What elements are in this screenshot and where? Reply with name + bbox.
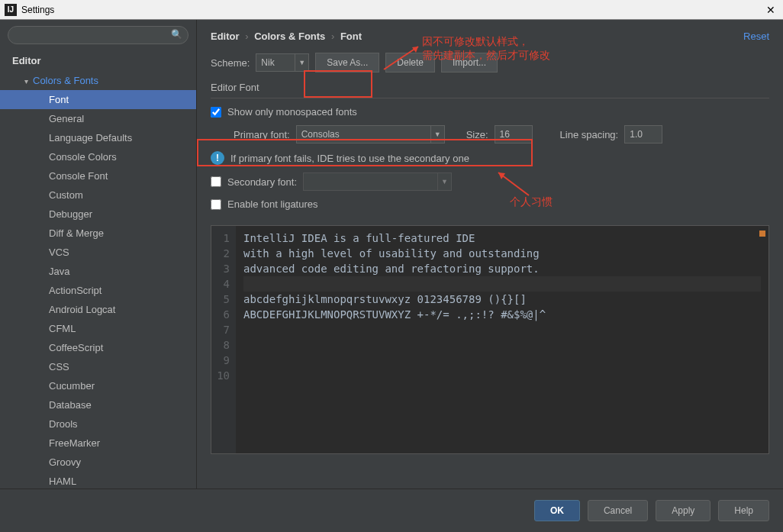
tree-item-diff-merge[interactable]: Diff & Merge [0, 224, 196, 243]
tree-item-console-font[interactable]: Console Font [0, 166, 196, 185]
ligatures-checkbox[interactable]: Enable font ligatures [211, 198, 769, 210]
tree-item-cucumber[interactable]: Cucumber [0, 376, 196, 395]
content-panel: Editor › Colors & Fonts › Font Reset Sch… [197, 20, 783, 488]
show-mono-checkbox[interactable]: Show only monospaced fonts [211, 106, 769, 118]
secondary-font-chk-input[interactable] [211, 176, 221, 187]
tree-item-android-logcat[interactable]: Android Logcat [0, 300, 196, 319]
error-stripe-mark [759, 231, 765, 237]
size-label: Size: [466, 129, 488, 140]
reset-link[interactable]: Reset [743, 31, 769, 42]
search-icon: 🔍 [171, 29, 182, 40]
info-icon: ! [211, 151, 224, 165]
search-input[interactable] [8, 26, 188, 44]
tree-item-haml[interactable]: HAML [0, 472, 196, 488]
tree-item-debugger[interactable]: Debugger [0, 205, 196, 224]
tree-item-css[interactable]: CSS [0, 357, 196, 376]
editor-gutter: 12345678910 [211, 226, 236, 453]
save-as-button[interactable]: Save As... [315, 53, 379, 73]
info-text: If primary font fails, IDE tries to use … [230, 153, 469, 164]
secondary-font-label: Secondary font: [227, 176, 297, 188]
editor-font-title: Editor Font [211, 82, 769, 93]
titlebar: IJ Settings ✕ [0, 0, 783, 20]
tree-item-font[interactable]: Font [0, 90, 196, 109]
sidebar: 🔍 Editor Colors & Fonts FontGeneralLangu… [0, 20, 197, 488]
delete-button[interactable]: Delete [385, 53, 435, 73]
primary-font-label: Primary font: [234, 129, 290, 140]
secondary-font-checkbox[interactable]: Secondary font: ▼ [211, 172, 769, 191]
apply-button[interactable]: Apply [656, 500, 710, 521]
tree-header-editor[interactable]: Editor [0, 50, 196, 71]
chevron-down-icon: ▼ [437, 173, 451, 190]
tree-item-cfml[interactable]: CFML [0, 319, 196, 338]
chevron-down-icon: ▼ [430, 126, 444, 143]
help-button[interactable]: Help [718, 500, 769, 521]
cancel-button[interactable]: Cancel [588, 500, 648, 521]
crumb-editor: Editor [211, 31, 240, 42]
scheme-value: Nik [261, 57, 274, 68]
window-title: Settings [21, 5, 763, 15]
scheme-row: Scheme: Nik ▼ Save As... Delete Import..… [211, 53, 769, 73]
show-mono-input[interactable] [211, 107, 221, 118]
chevron-right-icon: › [331, 31, 334, 42]
tree-item-coffeescript[interactable]: CoffeeScript [0, 338, 196, 357]
ligatures-input[interactable] [211, 199, 221, 210]
settings-tree[interactable]: Editor Colors & Fonts FontGeneralLanguag… [0, 50, 196, 488]
breadcrumb: Editor › Colors & Fonts › Font [211, 31, 769, 42]
ok-button[interactable]: OK [534, 500, 580, 521]
secondary-font-select: ▼ [303, 172, 452, 191]
editor-code: IntelliJ IDEA is a full-featured IDE wit… [236, 226, 768, 453]
scheme-select[interactable]: Nik ▼ [256, 53, 309, 72]
import-button[interactable]: Import... [441, 53, 498, 73]
tree-item-custom[interactable]: Custom [0, 185, 196, 205]
tree-group-colors-fonts[interactable]: Colors & Fonts [0, 71, 196, 90]
tree-item-actionscript[interactable]: ActionScript [0, 281, 196, 300]
crumb-font: Font [340, 31, 362, 42]
size-input[interactable] [495, 125, 533, 143]
scheme-label: Scheme: [211, 57, 250, 69]
close-icon[interactable]: ✕ [763, 4, 778, 16]
font-preview-editor[interactable]: 12345678910 IntelliJ IDEA is a full-feat… [211, 225, 769, 454]
ligatures-label: Enable font ligatures [227, 198, 318, 210]
primary-font-select[interactable]: Consolas ▼ [296, 125, 445, 143]
tree-item-console-colors[interactable]: Console Colors [0, 147, 196, 166]
primary-font-value: Consolas [301, 129, 340, 140]
tree-item-vcs[interactable]: VCS [0, 243, 196, 262]
tree-item-general[interactable]: General [0, 109, 196, 128]
tree-item-freemarker[interactable]: FreeMarker [0, 434, 196, 453]
tree-item-java[interactable]: Java [0, 262, 196, 281]
tree-item-drools[interactable]: Drools [0, 414, 196, 434]
app-icon: IJ [5, 4, 17, 16]
chevron-right-icon: › [245, 31, 248, 42]
line-spacing-label: Line spacing: [560, 129, 619, 140]
chevron-down-icon: ▼ [295, 54, 308, 71]
dialog-footer: OK Cancel Apply Help [0, 488, 783, 531]
line-spacing-input[interactable] [624, 125, 662, 143]
svg-marker-1 [412, 47, 418, 53]
tree-item-language-defaults[interactable]: Language Defaults [0, 128, 196, 147]
tree-item-groovy[interactable]: Groovy [0, 453, 196, 472]
show-mono-label: Show only monospaced fonts [227, 106, 357, 118]
tree-item-database[interactable]: Database [0, 395, 196, 414]
crumb-colors: Colors & Fonts [254, 31, 325, 42]
